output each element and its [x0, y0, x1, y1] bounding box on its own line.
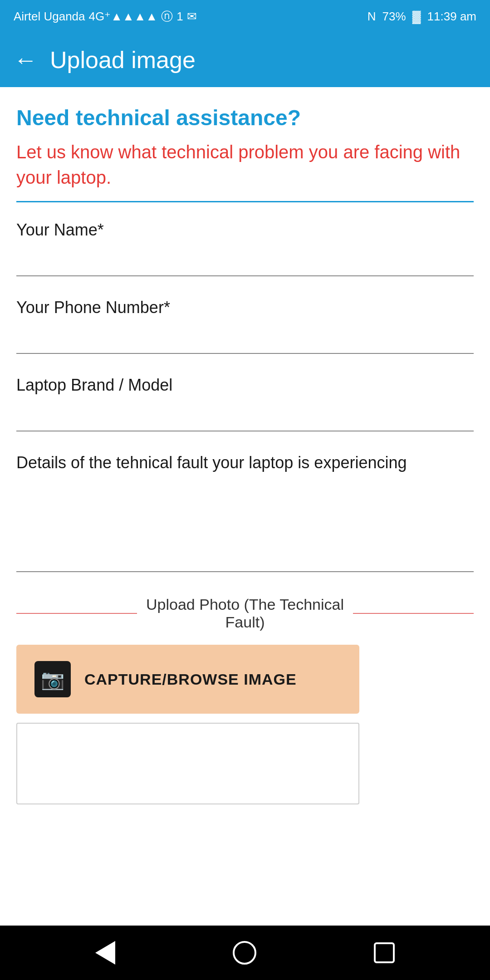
- back-triangle-icon: [95, 941, 115, 965]
- nav-home-button[interactable]: [233, 941, 256, 965]
- laptop-label: Laptop Brand / Model: [16, 376, 474, 395]
- sim-icon: 1: [176, 10, 183, 24]
- main-content: Need technical assistance? Let us know w…: [0, 87, 490, 926]
- home-circle-icon: [233, 941, 256, 965]
- recent-square-icon: [374, 942, 395, 963]
- nfc-indicator: N: [368, 10, 376, 24]
- name-field-group: Your Name*: [16, 220, 474, 276]
- app-bar: ← Upload image: [0, 33, 490, 87]
- phone-input[interactable]: [16, 326, 474, 354]
- phone-label: Your Phone Number*: [16, 298, 474, 317]
- time-text: 11:39 am: [427, 10, 476, 24]
- nav-back-button[interactable]: [95, 941, 115, 965]
- upload-divider-container: Upload Photo (The TechnicalFault): [16, 596, 474, 631]
- back-button[interactable]: ←: [14, 48, 37, 72]
- upload-section-label: Upload Photo (The TechnicalFault): [146, 596, 344, 631]
- nfc-icon: ⓝ: [161, 9, 173, 24]
- battery-text: 73%: [382, 10, 406, 24]
- bottom-nav: [0, 926, 490, 980]
- name-input[interactable]: [16, 249, 474, 276]
- signal-text: 4G⁺▲▲▲▲: [89, 10, 158, 24]
- nav-recent-button[interactable]: [374, 942, 395, 963]
- laptop-field-group: Laptop Brand / Model: [16, 376, 474, 431]
- fault-textarea[interactable]: [16, 481, 474, 572]
- battery-icon: ▓: [412, 10, 421, 24]
- capture-browse-button[interactable]: 📷 CAPTURE/BROWSE IMAGE: [16, 645, 359, 714]
- carrier-text: Airtel Uganda: [14, 10, 85, 24]
- capture-button-label: CAPTURE/BROWSE IMAGE: [84, 671, 297, 688]
- image-preview-box: [16, 723, 359, 804]
- upload-section: Upload Photo (The TechnicalFault) 📷 CAPT…: [16, 596, 474, 804]
- status-bar: Airtel Uganda 4G⁺▲▲▲▲ ⓝ 1 ✉ N 73% ▓ 11:3…: [0, 0, 490, 33]
- section-divider: [16, 201, 474, 202]
- form-heading: Need technical assistance?: [16, 105, 474, 130]
- phone-field-group: Your Phone Number*: [16, 298, 474, 354]
- status-right: N 73% ▓ 11:39 am: [368, 10, 476, 24]
- form-subheading: Let us know what technical problem you a…: [16, 139, 474, 190]
- camera-icon: 📷: [41, 668, 64, 691]
- camera-icon-box: 📷: [34, 661, 71, 697]
- name-label: Your Name*: [16, 220, 474, 240]
- laptop-input[interactable]: [16, 404, 474, 431]
- email-icon: ✉: [187, 10, 197, 24]
- upload-divider-right: [353, 613, 474, 614]
- page-title: Upload image: [50, 46, 196, 74]
- fault-label: Details of the tehnical fault your lapto…: [16, 453, 474, 472]
- upload-divider-left: [16, 613, 137, 614]
- status-left: Airtel Uganda 4G⁺▲▲▲▲ ⓝ 1 ✉: [14, 9, 197, 24]
- fault-field-group: Details of the tehnical fault your lapto…: [16, 453, 474, 574]
